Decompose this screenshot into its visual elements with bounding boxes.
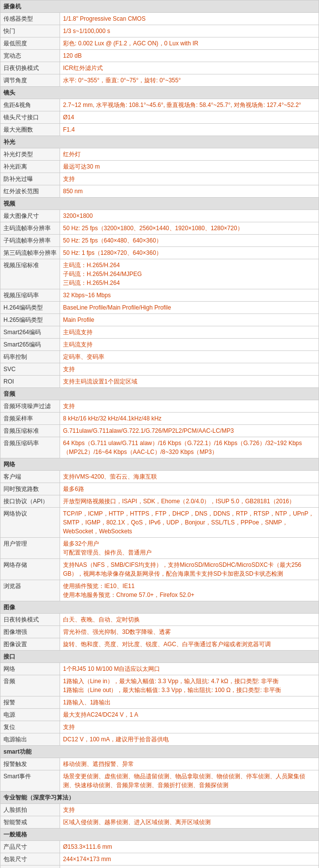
table-row: 子码流帧率分辨率50 Hz: 25 fps（640×480、640×360）: [0, 235, 319, 247]
table-row: 音频压缩码率64 Kbps（G.711 ulaw/G.711 alaw）/16 …: [0, 437, 319, 458]
table-row: Smart264编码主码流支持: [0, 326, 319, 339]
row-label: ROI: [0, 376, 60, 388]
section-header: 专业智能（深度学习算法）: [0, 792, 319, 804]
row-label: Smart事件: [0, 770, 60, 792]
table-row: 包装尺寸244×174×173 mm: [0, 853, 319, 866]
row-value: 最多6路: [60, 483, 319, 495]
table-row: SVC支持: [0, 363, 319, 376]
table-row: 宽动态120 dB: [0, 50, 319, 62]
table-row: 最大图像尺寸3200×1800: [0, 210, 319, 222]
row-label: 接口协议（API）: [0, 495, 60, 508]
table-row: Smart事件场景变更侦测、虚焦侦测、物品遗留侦测、物品拿取侦测、物侦侦测、停车…: [0, 770, 319, 792]
row-label: 复位: [0, 721, 60, 733]
row-value: 3200×1800: [60, 210, 319, 222]
row-value: ICR红外滤片式: [60, 62, 319, 74]
row-label: 音频环境噪声过滤: [0, 400, 60, 413]
row-value: 支持: [60, 721, 319, 733]
table-row: 补光距离最远可达30 m: [0, 161, 319, 173]
row-label: 主码流帧率分辨率: [0, 222, 60, 235]
table-row: 同时预览路数最多6路: [0, 483, 319, 495]
row-label: H.264编码类型: [0, 302, 60, 314]
row-label: 日夜转换模式: [0, 614, 60, 626]
row-label: 图像设置: [0, 638, 60, 651]
table-row: 图像设置旋转、饱和度、亮度、对比度、锐度、AGC、白平衡通过客户端或者浏览器可调: [0, 638, 319, 651]
row-label: 人脸抓拍: [0, 804, 60, 816]
table-row: 日夜切换模式ICR红外滤片式: [0, 62, 319, 74]
table-row: 设备重量895 g: [0, 866, 319, 868]
row-label: 补光灯类型: [0, 148, 60, 161]
spec-table: 摄像机传感器类型1/1.8" Progressive Scan CMOS快门1/…: [0, 0, 319, 868]
row-value: 场景变更侦测、虚焦侦测、物品遗留侦测、物品拿取侦测、物侦侦测、停车侦测、人员聚集…: [60, 770, 319, 792]
row-value: 开放型网络视频接口，ISAPI，SDK，Ehome（2.0/4.0），ISUP …: [60, 495, 319, 508]
row-value: 支持: [60, 363, 319, 376]
section-header: 音频: [0, 388, 319, 400]
row-label: 用户管理: [0, 538, 60, 559]
row-value: 支持: [60, 400, 319, 413]
table-row: H.264编码类型BaseLine Profile/Main Profile/H…: [0, 302, 319, 314]
section-header: smart功能: [0, 746, 319, 758]
table-row: 防补光过曝支持: [0, 173, 319, 185]
row-value: Ø153.3×111.6 mm: [60, 841, 319, 853]
row-value: 最远可达30 m: [60, 161, 319, 173]
row-value: 1路输入（Line in），最大输入幅值: 3.3 Vpp，输入阻抗: 4.7 …: [60, 675, 319, 696]
row-value: 移动侦测、遮挡报警、异常: [60, 758, 319, 770]
table-row: 人脸抓拍支持: [0, 804, 319, 816]
row-value: 使用插件预览：IE10、IE11使用本地服务预览：Chrome 57.0+，Fi…: [60, 580, 319, 601]
row-label: 同时预览路数: [0, 483, 60, 495]
row-value: 最大支持AC24/DC24 V，1 A: [60, 709, 319, 721]
table-row: 焦距&视角2.7~12 mm, 水平视场角: 108.1°~45.6°, 垂直视…: [0, 99, 319, 111]
row-label: 网络协议: [0, 508, 60, 538]
row-label: 浏览器: [0, 580, 60, 601]
row-value: 50 Hz: 1 fps（1280×720、640×360）: [60, 247, 319, 259]
row-value: 支持iVMS-4200、萤石云、海康互联: [60, 471, 319, 483]
table-row: 网络协议TCP/IP，ICMP，HTTP，HTTPS，FTP，DHCP，DNS，…: [0, 508, 319, 538]
row-label: Smart264编码: [0, 326, 60, 339]
table-row: 传感器类型1/1.8" Progressive Scan CMOS: [0, 13, 319, 25]
row-label: 电源: [0, 709, 60, 721]
table-row: 音频压缩标准G.711ulaw/G.711alaw/G.722.1/G.726/…: [0, 425, 319, 437]
table-row: 音频1路输入（Line in），最大输入幅值: 3.3 Vpp，输入阻抗: 4.…: [0, 675, 319, 696]
row-value: 最多32个用户可配置管理员、操作员、普通用户: [60, 538, 319, 559]
table-row: 日夜转换模式白天、夜晚、自动、定时切换: [0, 614, 319, 626]
row-value: 50 Hz: 25 fps（640×480、640×360）: [60, 235, 319, 247]
row-value: 1路输入、1路输出: [60, 696, 319, 709]
table-row: 音频环境噪声过滤支持: [0, 400, 319, 413]
row-label: 电源输出: [0, 733, 60, 746]
row-value: 120 dB: [60, 50, 319, 62]
table-row: 补光灯类型红外灯: [0, 148, 319, 161]
row-label: 宽动态: [0, 50, 60, 62]
row-value: 主码流支持: [60, 339, 319, 351]
row-value: 64 Kbps（G.711 ulaw/G.711 alaw）/16 Kbps（G…: [60, 437, 319, 458]
table-row: 报警1路输入、1路输出: [0, 696, 319, 709]
row-value: 支持: [60, 173, 319, 185]
row-value: 支持: [60, 804, 319, 816]
row-value: 244×174×173 mm: [60, 853, 319, 866]
table-row: 复位支持: [0, 721, 319, 733]
row-value: 水平: 0°~355°，垂直: 0°~75°，旋转: 0°~355°: [60, 74, 319, 87]
row-label: 最低照度: [0, 37, 60, 50]
table-row: 最大光圈数F1.4: [0, 124, 319, 136]
row-value: G.711ulaw/G.711alaw/G.722.1/G.726/MP2L2/…: [60, 425, 319, 437]
row-value: 895 g: [60, 866, 319, 868]
row-value: 850 nm: [60, 185, 319, 198]
table-row: 产品尺寸Ø153.3×111.6 mm: [0, 841, 319, 853]
row-label: 音频压缩标准: [0, 425, 60, 437]
table-row: 第三码流帧率分辨率50 Hz: 1 fps（1280×720、640×360）: [0, 247, 319, 259]
row-label: 镜头尺寸接口: [0, 111, 60, 124]
row-value: 彩色: 0.002 Lux @ (F1.2，AGC ON)，0 Lux with…: [60, 37, 319, 50]
row-label: 码率控制: [0, 351, 60, 363]
row-value: 8 kHz/16 kHz/32 kHz/44.1kHz/48 kHz: [60, 413, 319, 425]
row-label: 产品尺寸: [0, 841, 60, 853]
row-value: 50 Hz: 25 fps（3200×1800、2560×1440、1920×1…: [60, 222, 319, 235]
section-header: 视频: [0, 198, 319, 210]
row-value: 2.7~12 mm, 水平视场角: 108.1°~45.6°, 垂直视场角: 5…: [60, 99, 319, 111]
row-value: Ø14: [60, 111, 319, 124]
row-label: 音频采样率: [0, 413, 60, 425]
table-row: 视频压缩标准主码流：H.265/H.264子码流：H.265/H.264/MJP…: [0, 259, 319, 289]
row-value: F1.4: [60, 124, 319, 136]
row-label: 网络: [0, 663, 60, 675]
row-label: 焦距&视角: [0, 99, 60, 111]
section-header: 图像: [0, 601, 319, 614]
table-row: 客户端支持iVMS-4200、萤石云、海康互联: [0, 471, 319, 483]
section-header: 接口: [0, 651, 319, 663]
